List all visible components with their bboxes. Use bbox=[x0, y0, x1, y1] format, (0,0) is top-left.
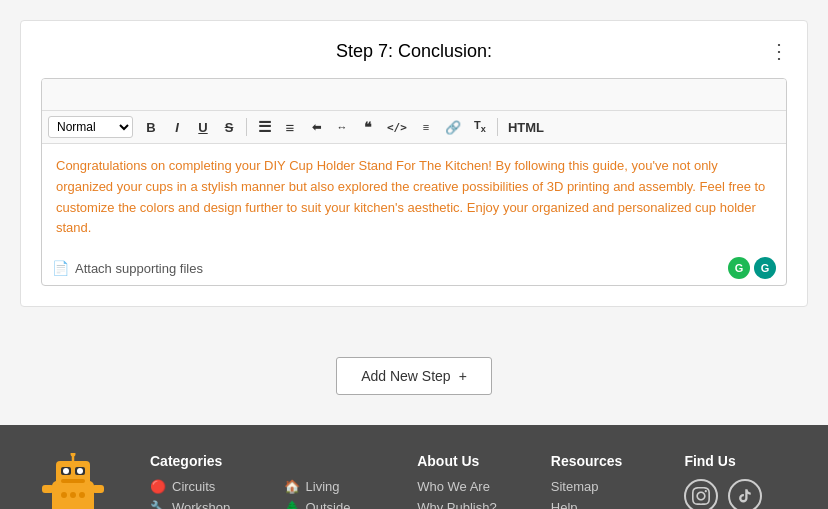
editor-topbar bbox=[42, 79, 786, 111]
main-content: ⋮ Step 7: Conclusion: Normal Heading 1 H… bbox=[0, 0, 828, 327]
code-button[interactable]: </> bbox=[382, 118, 412, 137]
workshop-link[interactable]: Workshop bbox=[172, 500, 230, 509]
living-link[interactable]: Living bbox=[306, 479, 340, 494]
footer-categories2: . 🏠 Living 🌲 Outside 📋 Teachers bbox=[284, 453, 388, 509]
instagram-icon[interactable] bbox=[684, 479, 718, 509]
format-select[interactable]: Normal Heading 1 Heading 2 bbox=[48, 116, 133, 138]
svg-point-9 bbox=[61, 492, 67, 498]
help-link[interactable]: Help bbox=[551, 500, 655, 509]
attach-icon: 📄 bbox=[52, 260, 69, 276]
blockquote-button[interactable]: ❝ bbox=[356, 116, 380, 138]
add-step-container: Add New Step + bbox=[0, 327, 828, 425]
step-card: ⋮ Step 7: Conclusion: Normal Heading 1 H… bbox=[20, 20, 808, 307]
categories-list: 🔴 Circuits 🔧 Workshop ✂️ Craft 🍴 Cooking bbox=[150, 479, 254, 509]
living-icon: 🏠 bbox=[284, 479, 300, 494]
add-step-icon: + bbox=[459, 368, 467, 384]
align-left-button[interactable]: ⬅ bbox=[304, 118, 328, 137]
list-item: 🔧 Workshop bbox=[150, 500, 254, 509]
italic-button[interactable]: I bbox=[165, 117, 189, 138]
svg-point-10 bbox=[70, 492, 76, 498]
outside-link[interactable]: Outside bbox=[306, 500, 351, 509]
circuits-link[interactable]: Circuits bbox=[172, 479, 215, 494]
list-item: 🔴 Circuits bbox=[150, 479, 254, 494]
attach-label: Attach supporting files bbox=[75, 261, 203, 276]
html-button[interactable]: HTML bbox=[503, 117, 549, 138]
three-dots-menu[interactable]: ⋮ bbox=[769, 39, 789, 63]
social-icons bbox=[684, 479, 788, 509]
toolbar-divider-2 bbox=[497, 118, 498, 136]
outside-icon: 🌲 bbox=[284, 500, 300, 509]
workshop-icon: 🔧 bbox=[150, 500, 166, 509]
svg-rect-8 bbox=[61, 479, 85, 483]
footer-categories: Categories 🔴 Circuits 🔧 Workshop ✂️ Craf… bbox=[150, 453, 254, 509]
find-us-heading: Find Us bbox=[684, 453, 788, 469]
link-button[interactable]: 🔗 bbox=[440, 117, 466, 138]
bullet-list-button[interactable]: ☰ bbox=[252, 115, 276, 139]
step-subtitle-label: Conclusion: bbox=[398, 41, 492, 61]
editor-toolbar: Normal Heading 1 Heading 2 B I U S ☰ ≡ ⬅… bbox=[42, 111, 786, 144]
ordered-list-button[interactable]: ≡ bbox=[278, 116, 302, 139]
bold-button[interactable]: B bbox=[139, 117, 163, 138]
categories-heading: Categories bbox=[150, 453, 254, 469]
editor-body[interactable]: Congratulations on completing your DIY C… bbox=[42, 144, 786, 251]
svg-rect-16 bbox=[42, 485, 54, 493]
step-title-label: Step 7: bbox=[336, 41, 393, 61]
editor-text: Congratulations on completing your DIY C… bbox=[56, 158, 765, 235]
svg-point-6 bbox=[63, 468, 69, 474]
align-center-button[interactable]: ↔ bbox=[330, 118, 354, 136]
clear-format-button[interactable]: Tx bbox=[468, 116, 492, 137]
grammarly-btn-1[interactable]: G bbox=[728, 257, 750, 279]
svg-point-11 bbox=[79, 492, 85, 498]
sitemap-link[interactable]: Sitemap bbox=[551, 479, 655, 494]
robot-mascot bbox=[40, 453, 110, 509]
robot-svg bbox=[40, 453, 105, 509]
list-item: 🏠 Living bbox=[284, 479, 388, 494]
underline-button[interactable]: U bbox=[191, 117, 215, 138]
footer-resources: Resources Sitemap Help Contact bbox=[551, 453, 655, 509]
editor-container: Normal Heading 1 Heading 2 B I U S ☰ ≡ ⬅… bbox=[41, 78, 787, 286]
svg-rect-17 bbox=[92, 485, 104, 493]
about-us-heading: About Us bbox=[417, 453, 521, 469]
footer-about-us: About Us Who We Are Why Publish? bbox=[417, 453, 521, 509]
grammarly-btn-2[interactable]: G bbox=[754, 257, 776, 279]
circuits-icon: 🔴 bbox=[150, 479, 166, 494]
add-step-button[interactable]: Add New Step + bbox=[336, 357, 492, 395]
list-item: 🌲 Outside bbox=[284, 500, 388, 509]
svg-point-7 bbox=[77, 468, 83, 474]
step-title: Step 7: Conclusion: bbox=[41, 41, 787, 62]
categories2-list: 🏠 Living 🌲 Outside 📋 Teachers bbox=[284, 479, 388, 509]
svg-point-3 bbox=[71, 453, 76, 457]
tiktok-icon[interactable] bbox=[728, 479, 762, 509]
grammarly-icons: G G bbox=[728, 257, 776, 279]
why-publish-link[interactable]: Why Publish? bbox=[417, 500, 521, 509]
editor-footer-bar: 📄 Attach supporting files G G bbox=[42, 251, 786, 285]
resources-heading: Resources bbox=[551, 453, 655, 469]
attach-files-btn[interactable]: 📄 Attach supporting files bbox=[52, 260, 203, 276]
footer: Categories 🔴 Circuits 🔧 Workshop ✂️ Craf… bbox=[0, 425, 828, 509]
toolbar-divider-1 bbox=[246, 118, 247, 136]
align-justify-button[interactable]: ≡ bbox=[414, 118, 438, 136]
who-we-are-link[interactable]: Who We Are bbox=[417, 479, 521, 494]
footer-find-us: Find Us bbox=[684, 453, 788, 509]
strikethrough-button[interactable]: S bbox=[217, 117, 241, 138]
add-step-label: Add New Step bbox=[361, 368, 451, 384]
